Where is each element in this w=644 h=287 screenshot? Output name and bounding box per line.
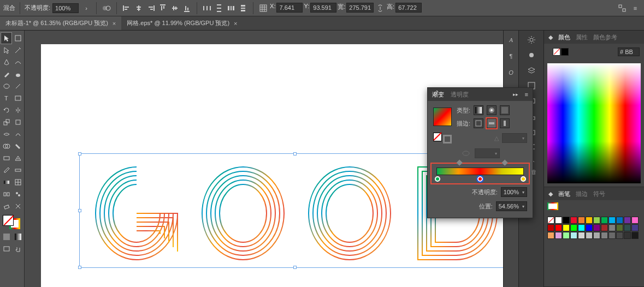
layers-icon[interactable] — [527, 65, 536, 75]
stroke-tab[interactable]: 描边 — [576, 190, 588, 198]
gradient-slider[interactable]: 🗑 — [432, 164, 528, 183]
swatch-cell[interactable] — [608, 224, 616, 231]
mesh-tool[interactable] — [13, 177, 23, 188]
radial-gradient-icon[interactable] — [487, 105, 497, 115]
opentype-panel-icon[interactable]: O — [506, 68, 516, 77]
h-field[interactable]: 67.722 — [395, 3, 422, 13]
swatch-cell[interactable] — [624, 224, 631, 231]
swatch-cell[interactable] — [570, 224, 577, 231]
swatch-cell[interactable] — [608, 217, 616, 224]
ellipse-tool[interactable] — [1, 81, 11, 92]
gear-icon[interactable] — [527, 35, 536, 45]
perspective-tool[interactable] — [13, 153, 23, 164]
swatch-cell[interactable] — [563, 224, 570, 231]
attributes-tab[interactable]: 属性 — [576, 33, 588, 41]
artboard-tool[interactable] — [13, 33, 23, 44]
swatch-cell[interactable] — [593, 224, 600, 231]
swatch-cell[interactable] — [601, 232, 608, 239]
magic-wand-tool[interactable] — [13, 45, 23, 56]
stroke-across-icon[interactable] — [500, 118, 510, 128]
direct-select-tool[interactable] — [1, 45, 11, 56]
warp-tool[interactable] — [13, 129, 23, 140]
rectangle-tool[interactable] — [1, 153, 11, 164]
document-tab-1[interactable]: 未标题-1* @ 61.35% (RGB/GPU 预览) × — [0, 16, 121, 30]
color-spectrum[interactable] — [547, 63, 641, 183]
eraser-tool[interactable] — [1, 201, 11, 212]
scale-tool[interactable] — [1, 117, 11, 128]
opacity-field[interactable]: 100% — [52, 3, 79, 13]
curvature-tool[interactable] — [13, 57, 23, 68]
gradient-track[interactable] — [436, 168, 524, 175]
swatch-cell[interactable] — [616, 224, 623, 231]
free-transform-tool[interactable] — [13, 117, 23, 128]
brightness-icon[interactable] — [527, 50, 536, 60]
chevron-right-icon[interactable]: › — [81, 3, 92, 14]
stroke-along-icon[interactable] — [487, 118, 497, 128]
gradient-tool[interactable] — [1, 177, 11, 188]
link-icon[interactable] — [375, 3, 386, 14]
gradient-stop-yellow[interactable] — [521, 176, 526, 182]
trash-icon[interactable]: 🗑 — [531, 169, 537, 175]
rotate-tool[interactable] — [1, 105, 11, 116]
selection-tool[interactable] — [1, 33, 11, 44]
freeform-gradient-icon[interactable] — [500, 105, 510, 115]
fill-swatch-none[interactable] — [3, 215, 14, 226]
swatch-cell[interactable] — [547, 232, 554, 239]
swatch-cell[interactable] — [624, 232, 631, 239]
brush-tab[interactable]: 画笔 — [558, 190, 570, 198]
char-panel-icon[interactable]: A — [506, 35, 516, 45]
eyedropper-tool[interactable] — [1, 165, 11, 176]
collapse-icon[interactable]: ▸▸ — [513, 92, 518, 97]
swatch-cell[interactable] — [547, 217, 554, 224]
blob-brush-tool[interactable] — [13, 69, 23, 80]
close-icon[interactable]: × — [234, 20, 237, 27]
swatch-cell[interactable] — [601, 217, 608, 224]
mini-fill-stroke[interactable] — [553, 48, 569, 56]
y-field[interactable]: 93.591 — [310, 3, 336, 13]
distribute-v-icon[interactable] — [214, 3, 224, 14]
swatch-cell[interactable] — [616, 232, 623, 239]
align-top-icon[interactable] — [157, 3, 168, 14]
swatch-cell[interactable] — [570, 232, 577, 239]
swatch-cell[interactable] — [555, 217, 562, 224]
panel-collapse-icon[interactable]: ◆ — [548, 34, 553, 41]
swatch-cell[interactable] — [624, 217, 631, 224]
swatch-cell[interactable] — [570, 217, 577, 224]
swatch-cell[interactable] — [578, 224, 585, 231]
blend-tool[interactable] — [1, 189, 11, 200]
gradient-stop-red-selected[interactable] — [477, 176, 483, 182]
swatch-cell[interactable] — [586, 224, 593, 231]
fill-none-swatch[interactable] — [553, 48, 560, 56]
align-bottom-icon[interactable] — [181, 3, 192, 14]
stroke-within-icon[interactable] — [474, 118, 483, 128]
color-mode[interactable] — [1, 231, 11, 242]
swatch-cell[interactable] — [586, 217, 593, 224]
gradient-preview[interactable] — [433, 107, 452, 126]
gradient-stop-green[interactable] — [435, 176, 440, 182]
document-tab-2[interactable]: 网格.eps* @ 11.99% (RGB/GPU 预览) × — [121, 16, 243, 30]
distribute-h-icon[interactable] — [202, 3, 212, 14]
type-tool[interactable]: T — [1, 93, 11, 104]
align-left-icon[interactable] — [121, 3, 132, 14]
swatch-cell[interactable] — [593, 217, 600, 224]
paragraph-panel-icon[interactable]: ¶ — [506, 51, 516, 61]
gradient-mode[interactable] — [13, 231, 23, 242]
align-middle-v-icon[interactable] — [169, 3, 180, 14]
swatch-cell[interactable] — [555, 232, 562, 239]
close-icon[interactable]: × — [113, 20, 116, 27]
swatch-cell[interactable] — [631, 217, 639, 224]
color-tab[interactable]: 颜色 — [558, 33, 570, 41]
swatch-cell[interactable] — [578, 232, 585, 239]
linear-gradient-icon[interactable] — [474, 105, 483, 115]
align-center-h-icon[interactable] — [133, 3, 144, 14]
reflect-tool[interactable] — [13, 105, 23, 116]
swatch-cell[interactable] — [593, 232, 600, 239]
stroke-black-swatch[interactable] — [561, 48, 569, 56]
panel-menu-icon[interactable]: ≡ — [630, 3, 641, 14]
swatch-cell[interactable] — [608, 232, 616, 239]
symbol-spray-tool[interactable] — [13, 189, 23, 200]
fill-stroke-swatch[interactable] — [3, 215, 21, 229]
9slice-icon[interactable] — [258, 3, 269, 14]
live-paint-tool[interactable] — [13, 141, 23, 152]
fill-stroke-toggle[interactable] — [433, 133, 452, 144]
